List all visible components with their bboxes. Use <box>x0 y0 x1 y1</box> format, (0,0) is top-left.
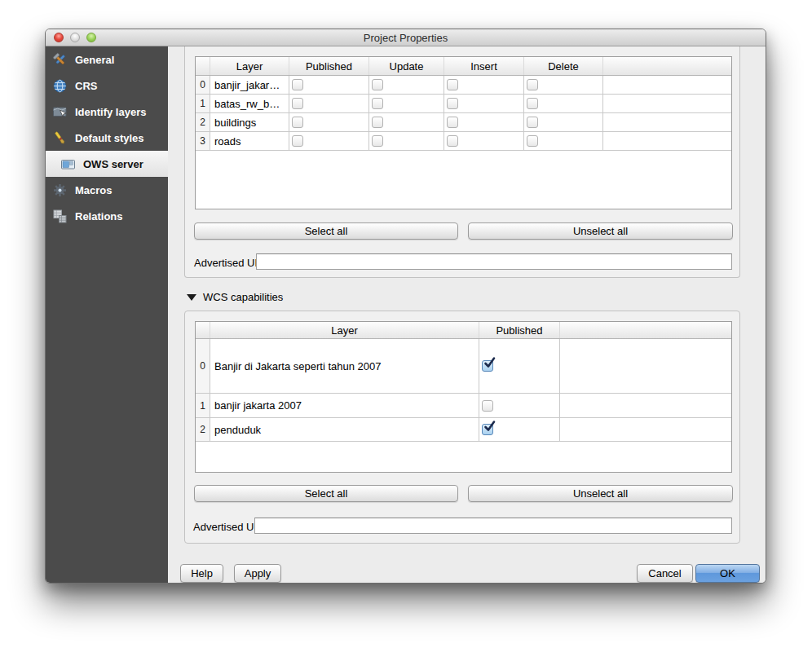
help-button[interactable]: Help <box>180 564 223 583</box>
insert-checkbox[interactable] <box>447 117 458 128</box>
insert-cell <box>444 113 524 131</box>
row-index[interactable]: 2 <box>196 113 210 131</box>
row-index[interactable]: 0 <box>196 76 210 94</box>
published-checkbox[interactable] <box>482 424 493 435</box>
column-header-layer[interactable]: Layer <box>210 57 289 75</box>
window-title: Project Properties <box>46 29 766 46</box>
update-checkbox[interactable] <box>372 117 383 128</box>
wfs-advertised-url-input[interactable] <box>256 253 732 270</box>
delete-checkbox[interactable] <box>527 79 538 90</box>
published-checkbox[interactable] <box>292 79 303 90</box>
published-cell <box>289 132 369 150</box>
content-pane: LayerPublishedUpdateInsertDelete0banjir_… <box>168 46 766 583</box>
gear-icon <box>52 183 68 198</box>
published-checkbox[interactable] <box>292 98 303 109</box>
cancel-button[interactable]: Cancel <box>637 564 693 583</box>
column-header-insert[interactable]: Insert <box>444 57 524 75</box>
table-row[interactable]: 0banjir_jakar… <box>196 76 731 95</box>
published-cell <box>289 76 369 94</box>
sidebar-item-relations[interactable]: Relations <box>46 203 168 229</box>
wcs-unselect-all-button[interactable]: Unselect all <box>468 485 733 502</box>
published-checkbox[interactable] <box>482 400 493 412</box>
column-header-delete[interactable]: Delete <box>524 57 603 75</box>
chevron-down-icon[interactable] <box>187 294 196 301</box>
sidebar-item-crs[interactable]: CRS <box>46 73 168 99</box>
update-checkbox[interactable] <box>372 79 383 90</box>
apply-button[interactable]: Apply <box>234 564 281 583</box>
column-header-layer[interactable]: Layer <box>210 322 479 338</box>
published-cell <box>289 113 369 131</box>
update-cell <box>369 76 444 94</box>
insert-cell <box>444 76 524 94</box>
wcs-section-title: WCS capabilities <box>203 291 283 303</box>
layer-name-cell[interactable]: roads <box>210 132 289 150</box>
ows-server-icon <box>60 156 76 172</box>
sidebar-item-default-styles[interactable]: Default styles <box>46 125 168 151</box>
delete-cell <box>524 76 603 94</box>
table-row[interactable]: 2buildings <box>196 113 731 132</box>
wcs-layers-table[interactable]: LayerPublished0Banjir di Jakarta seperti… <box>195 321 732 473</box>
sidebar-item-general[interactable]: General <box>46 46 168 73</box>
insert-checkbox[interactable] <box>447 135 458 147</box>
sidebar-item-label: OWS server <box>83 158 143 170</box>
published-cell <box>479 339 560 393</box>
published-cell <box>479 418 560 441</box>
identify-layers-icon <box>52 104 68 120</box>
header-filler <box>560 322 731 338</box>
column-header-published[interactable]: Published <box>479 322 560 338</box>
layer-name-cell[interactable]: Banjir di Jakarta seperti tahun 2007 <box>210 339 479 393</box>
wcs-select-all-button[interactable]: Select all <box>194 485 458 502</box>
sidebar-item-label: Relations <box>75 210 123 222</box>
row-index[interactable]: 2 <box>196 418 210 441</box>
traffic-lights <box>54 33 96 42</box>
sidebar-item-label: Default styles <box>75 132 144 144</box>
row-index[interactable]: 0 <box>196 339 210 393</box>
row-index[interactable]: 3 <box>196 132 210 150</box>
row-index[interactable]: 1 <box>196 95 210 112</box>
table-row[interactable]: 1batas_rw_b… <box>196 95 731 113</box>
zoom-button[interactable] <box>86 33 96 42</box>
layer-name-cell[interactable]: penduduk <box>210 418 479 441</box>
layer-name-cell[interactable]: banjir_jakar… <box>210 76 289 94</box>
wfs-layers-table[interactable]: LayerPublishedUpdateInsertDelete0banjir_… <box>195 56 732 209</box>
sidebar-item-identify-layers[interactable]: Identify layers <box>46 99 168 125</box>
update-checkbox[interactable] <box>372 135 383 147</box>
delete-checkbox[interactable] <box>527 135 538 147</box>
update-checkbox[interactable] <box>372 98 383 109</box>
minimize-button[interactable] <box>70 33 80 42</box>
wfs-capabilities-groupbox: LayerPublishedUpdateInsertDelete0banjir_… <box>184 46 740 278</box>
table-row[interactable]: 0Banjir di Jakarta seperti tahun 2007 <box>196 339 731 394</box>
insert-checkbox[interactable] <box>447 98 458 109</box>
layer-name-cell[interactable]: batas_rw_b… <box>210 95 289 112</box>
delete-checkbox[interactable] <box>527 98 538 109</box>
table-row[interactable]: 2penduduk <box>196 418 731 442</box>
wfs-unselect-all-button[interactable]: Unselect all <box>468 222 733 240</box>
sidebar-item-macros[interactable]: Macros <box>46 177 168 203</box>
published-cell <box>289 95 369 112</box>
table-corner-cell <box>196 322 210 338</box>
project-properties-window: Project Properties GeneralCRSIdentify la… <box>45 29 766 584</box>
insert-checkbox[interactable] <box>447 79 458 90</box>
layer-name-cell[interactable]: buildings <box>210 113 289 131</box>
paintbrush-icon <box>52 130 68 146</box>
published-checkbox[interactable] <box>292 117 303 128</box>
ok-button[interactable]: OK <box>695 564 760 583</box>
titlebar[interactable]: Project Properties <box>46 29 766 46</box>
delete-cell <box>524 132 603 150</box>
column-header-published[interactable]: Published <box>289 57 369 75</box>
delete-checkbox[interactable] <box>527 117 538 128</box>
wfs-select-all-button[interactable]: Select all <box>194 222 458 240</box>
table-row[interactable]: 3roads <box>196 132 731 151</box>
published-checkbox[interactable] <box>482 360 493 372</box>
layer-name-cell[interactable]: banjir jakarta 2007 <box>210 394 479 417</box>
row-index[interactable]: 1 <box>196 394 210 417</box>
wcs-table-header: LayerPublished <box>196 322 731 339</box>
delete-cell <box>524 113 603 131</box>
close-button[interactable] <box>54 33 64 42</box>
column-header-update[interactable]: Update <box>369 57 444 75</box>
sidebar-item-ows-server[interactable]: OWS server <box>46 151 168 177</box>
wcs-advertised-url-input[interactable] <box>254 518 732 534</box>
published-checkbox[interactable] <box>292 135 303 147</box>
table-row[interactable]: 1banjir jakarta 2007 <box>196 394 731 418</box>
delete-cell <box>524 95 603 112</box>
